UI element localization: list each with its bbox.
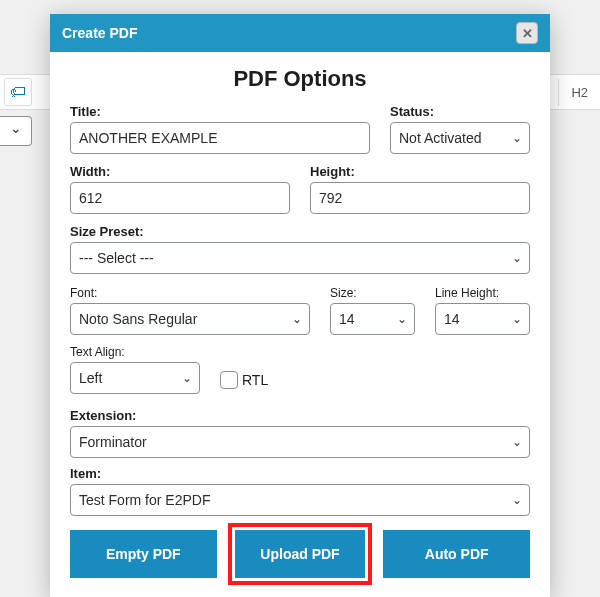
size-label: Size: xyxy=(330,286,415,300)
rtl-label: RTL xyxy=(242,372,268,388)
width-input[interactable] xyxy=(70,182,290,214)
upload-pdf-button[interactable]: Upload PDF xyxy=(235,530,366,578)
modal-body: PDF Options Title: Status: Not Activated… xyxy=(50,52,550,597)
bg-h2: H2 xyxy=(558,79,600,106)
auto-pdf-button[interactable]: Auto PDF xyxy=(383,530,530,578)
tag-icon: 🏷 xyxy=(4,78,32,106)
size-preset-select[interactable]: --- Select --- xyxy=(70,242,530,274)
modal-title: Create PDF xyxy=(62,25,516,41)
modal-header: Create PDF ✕ xyxy=(50,14,550,52)
title-label: Title: xyxy=(70,104,370,119)
font-select[interactable]: Noto Sans Regular xyxy=(70,303,310,335)
height-input[interactable] xyxy=(310,182,530,214)
item-select[interactable]: Test Form for E2PDF xyxy=(70,484,530,516)
status-label: Status: xyxy=(390,104,530,119)
line-height-label: Line Height: xyxy=(435,286,530,300)
close-button[interactable]: ✕ xyxy=(516,22,538,44)
extension-select[interactable]: Forminator xyxy=(70,426,530,458)
font-label: Font: xyxy=(70,286,310,300)
options-heading: PDF Options xyxy=(70,66,530,92)
rtl-checkbox[interactable] xyxy=(220,371,238,389)
extension-label: Extension: xyxy=(70,408,530,423)
close-icon: ✕ xyxy=(522,27,533,40)
size-preset-label: Size Preset: xyxy=(70,224,530,239)
text-align-select[interactable]: Left xyxy=(70,362,200,394)
title-input[interactable] xyxy=(70,122,370,154)
upload-pdf-highlight: Upload PDF xyxy=(228,523,373,585)
bg-dropdown xyxy=(0,116,32,146)
create-pdf-modal: Create PDF ✕ PDF Options Title: Status: … xyxy=(50,14,550,597)
line-height-select[interactable]: 14 xyxy=(435,303,530,335)
text-align-label: Text Align: xyxy=(70,345,200,359)
empty-pdf-button[interactable]: Empty PDF xyxy=(70,530,217,578)
status-select[interactable]: Not Activated xyxy=(390,122,530,154)
width-label: Width: xyxy=(70,164,290,179)
height-label: Height: xyxy=(310,164,530,179)
size-select[interactable]: 14 xyxy=(330,303,415,335)
item-label: Item: xyxy=(70,466,530,481)
